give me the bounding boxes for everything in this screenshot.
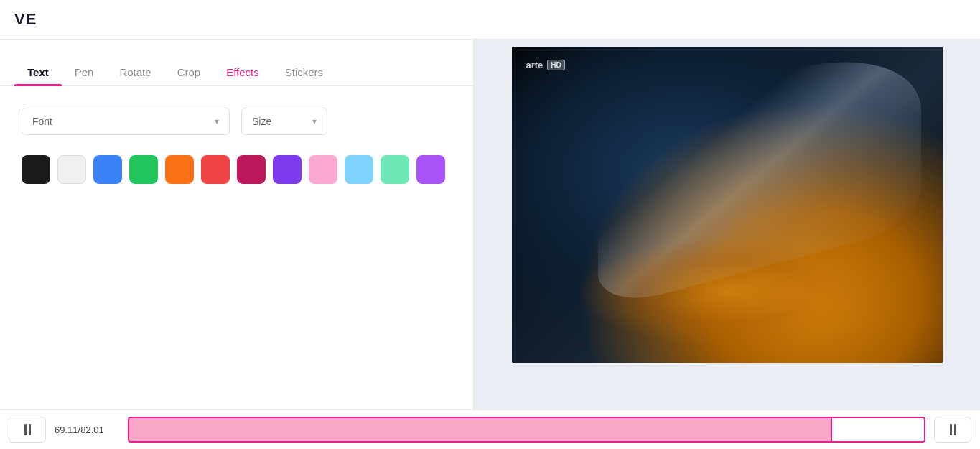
size-dropdown[interactable]: Size ▾ <box>241 108 327 135</box>
timeline-track[interactable] <box>128 417 925 443</box>
tab-crop[interactable]: Crop <box>164 59 214 85</box>
tab-effects[interactable]: Effects <box>213 59 272 85</box>
color-swatch-dark-pink[interactable] <box>237 155 266 184</box>
tab-stickers[interactable]: Stickers <box>272 59 336 85</box>
size-chevron-icon: ▾ <box>312 116 317 126</box>
color-swatch-blue[interactable] <box>93 155 122 184</box>
video-watermark: arte HD <box>526 60 565 70</box>
color-swatch-pink[interactable] <box>309 155 337 184</box>
video-frame: arte HD <box>512 47 943 363</box>
tab-text[interactable]: Text <box>14 59 62 85</box>
font-dropdown-label: Font <box>32 116 52 127</box>
color-swatch-white[interactable] <box>57 155 86 184</box>
left-panel: Text Pen Rotate Crop Effects Stickers Fo… <box>0 0 474 409</box>
color-swatch-orange[interactable] <box>165 155 194 184</box>
split-button[interactable] <box>9 417 46 443</box>
split-icon-bar2 <box>29 424 31 435</box>
hd-badge: HD <box>547 60 564 70</box>
color-swatch-black[interactable] <box>22 155 50 184</box>
more-icon-bar2 <box>954 424 956 435</box>
timeline-thumb-area <box>831 418 924 441</box>
color-swatch-mint[interactable] <box>381 155 409 184</box>
color-swatch-purple[interactable] <box>273 155 302 184</box>
app-logo: VE <box>14 10 37 29</box>
font-dropdown[interactable]: Font ▾ <box>22 108 230 135</box>
time-display: 69.11/82.01 <box>55 425 119 435</box>
color-swatch-light-blue[interactable] <box>345 155 373 184</box>
color-swatch-violet[interactable] <box>416 155 445 184</box>
top-bar: VE <box>0 0 980 40</box>
tab-pen[interactable]: Pen <box>62 59 107 85</box>
more-button[interactable] <box>934 417 971 443</box>
video-preview: arte HD <box>512 47 943 363</box>
colors-row <box>22 155 452 184</box>
more-icon-bar1 <box>950 424 952 435</box>
split-icon-bar1 <box>24 424 27 435</box>
bottom-bar: 69.11/82.01 <box>0 409 980 449</box>
dropdowns-row: Font ▾ Size ▾ <box>22 108 452 135</box>
color-swatch-green[interactable] <box>129 155 158 184</box>
tab-rotate[interactable]: Rotate <box>106 59 164 85</box>
size-dropdown-label: Size <box>252 116 271 127</box>
panel-content: Font ▾ Size ▾ <box>0 86 473 205</box>
font-chevron-icon: ▾ <box>215 116 219 126</box>
color-swatch-red[interactable] <box>201 155 230 184</box>
watermark-text: arte <box>526 60 543 70</box>
right-panel: arte HD <box>474 0 980 409</box>
